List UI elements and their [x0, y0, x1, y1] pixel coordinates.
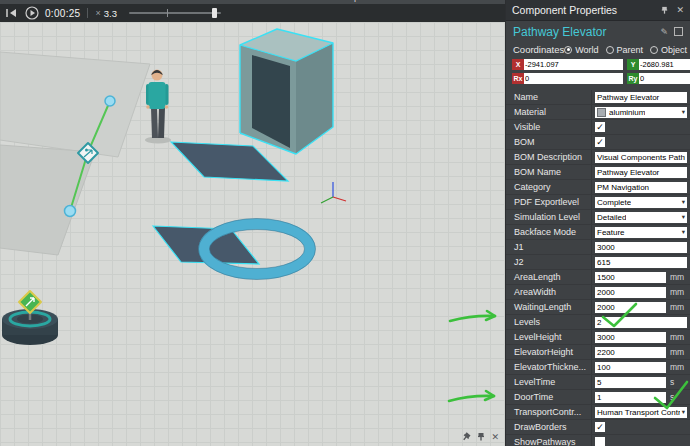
close-icon[interactable]: ✕ — [676, 6, 684, 15]
coordinate-input-rx[interactable] — [524, 73, 623, 84]
property-input[interactable] — [595, 392, 666, 403]
coordinate-input-y[interactable] — [639, 59, 690, 70]
property-value: Human Transport Controller▾ — [592, 407, 690, 418]
pencil-icon[interactable]: ✎ — [660, 27, 668, 37]
property-label: TransportContr... — [506, 405, 592, 419]
coordinate-field-y: Y — [627, 59, 690, 70]
checkbox[interactable]: ✓ — [595, 422, 605, 432]
waypoint-handle[interactable] — [105, 96, 115, 106]
unit-label: mm — [666, 362, 687, 372]
dropdown[interactable]: Feature▾ — [595, 227, 687, 238]
property-value: mm — [592, 347, 690, 358]
dropdown[interactable]: Detailed▾ — [595, 212, 687, 223]
human-figure[interactable] — [145, 70, 171, 144]
property-label: Simulation Level — [506, 210, 592, 224]
property-value — [592, 317, 690, 328]
viewport-pin-bar: ✕ — [461, 432, 499, 442]
close-icon[interactable]: ✕ — [491, 433, 499, 442]
checkbox[interactable]: ✓ — [595, 122, 605, 132]
property-value: ✓ — [592, 422, 690, 432]
property-label: DrawBorders — [506, 420, 592, 434]
property-input[interactable] — [595, 152, 687, 163]
pin-icon[interactable] — [476, 432, 486, 442]
application-window: Eater Inspector Add-on 0:00:25 × 3.3 — [0, 0, 690, 446]
property-input[interactable] — [595, 377, 666, 388]
3d-scene — [0, 22, 505, 446]
property-label: DoorTime — [506, 390, 592, 404]
property-value — [592, 437, 690, 446]
pin-icon[interactable] — [660, 6, 669, 15]
property-row-material: Materialaluminium▾ — [506, 105, 690, 120]
property-row-areawidth: AreaWidthmm — [506, 285, 690, 300]
property-label: BOM Name — [506, 165, 592, 179]
slider-handle[interactable] — [212, 8, 217, 18]
property-input[interactable] — [595, 272, 666, 283]
unit-label: mm — [666, 332, 687, 342]
toolbar-divider — [87, 8, 88, 18]
coordinate-mode-world[interactable]: World — [564, 45, 598, 55]
ribbon-tab-inspector-addon[interactable]: Inspector Add-on — [342, 0, 410, 2]
property-input[interactable] — [595, 332, 666, 343]
kiosk-pedestal[interactable] — [2, 291, 58, 345]
coordinate-mode-parent[interactable]: Parent — [606, 45, 644, 55]
property-row-waitinglength: WaitingLengthmm — [506, 300, 690, 315]
coordinates-label: Coordinates — [513, 44, 564, 55]
property-label: Category — [506, 180, 592, 194]
property-label: J1 — [506, 240, 592, 254]
dropdown-value: Human Transport Controller — [597, 408, 680, 417]
property-value: mm — [592, 362, 690, 373]
elevator-floor-patch[interactable] — [171, 142, 288, 181]
property-row-arealength: AreaLengthmm — [506, 270, 690, 285]
property-input[interactable] — [595, 242, 687, 253]
note-icon[interactable] — [674, 27, 683, 36]
property-value: aluminium▾ — [592, 107, 690, 118]
dropdown[interactable]: Human Transport Controller▾ — [595, 407, 687, 418]
property-input[interactable] — [595, 302, 666, 313]
coordinate-input-ry[interactable] — [639, 73, 690, 84]
property-input[interactable] — [595, 287, 666, 298]
elevator-3d-box[interactable] — [240, 29, 333, 154]
panel-titlebar: Component Properties ✕ — [506, 0, 690, 21]
dropdown[interactable]: aluminium▾ — [595, 107, 687, 118]
coordinate-mode-object[interactable]: Object — [650, 45, 687, 55]
checkbox[interactable]: ✓ — [595, 137, 605, 147]
material-swatch-icon — [597, 108, 606, 117]
skip-to-start-button[interactable] — [4, 6, 20, 20]
simulation-speed: 3.3 — [104, 8, 117, 19]
property-row-leveltime: LevelTimes — [506, 375, 690, 390]
property-input[interactable] — [595, 362, 666, 373]
property-input[interactable] — [595, 92, 687, 103]
axis-badge: Rx — [512, 73, 524, 84]
3d-viewport[interactable]: ✕ — [0, 22, 505, 446]
property-label: Visible — [506, 120, 592, 134]
playback-toolbar: 0:00:25 × 3.3 — [0, 4, 505, 22]
chevron-down-icon: ▾ — [680, 408, 685, 416]
property-value: mm — [592, 272, 690, 283]
coordinate-field-rx: Rx — [512, 73, 623, 84]
property-input[interactable] — [595, 317, 687, 328]
property-input[interactable] — [595, 182, 687, 193]
property-row-pdf-exportlevel: PDF ExportlevelComplete▾ — [506, 195, 690, 210]
unit-label: mm — [666, 287, 687, 297]
coordinate-input-x[interactable] — [524, 59, 623, 70]
waypoint-handle[interactable] — [65, 206, 76, 217]
property-input[interactable] — [595, 347, 666, 358]
multiply-icon: × — [95, 8, 100, 18]
property-input[interactable] — [595, 167, 687, 178]
property-input[interactable] — [595, 257, 687, 268]
speed-slider[interactable] — [129, 12, 221, 14]
axis-badge: Y — [627, 59, 639, 70]
property-value — [592, 152, 690, 163]
property-row-visible: Visible✓ — [506, 120, 690, 135]
dropdown[interactable]: Complete▾ — [595, 197, 687, 208]
property-row-elevatorthickne: ElevatorThickne...mm — [506, 360, 690, 375]
pin-icon[interactable] — [459, 430, 473, 444]
coordinate-field-x: X — [512, 59, 623, 70]
play-button[interactable] — [24, 6, 40, 20]
checkbox[interactable] — [595, 437, 605, 446]
property-label: LevelTime — [506, 375, 592, 389]
coordinate-field-ry: Ry — [627, 73, 690, 84]
ribbon-tab-eater[interactable]: Eater — [192, 0, 214, 2]
property-value — [592, 257, 690, 268]
property-row-drawborders: DrawBorders✓ — [506, 420, 690, 435]
